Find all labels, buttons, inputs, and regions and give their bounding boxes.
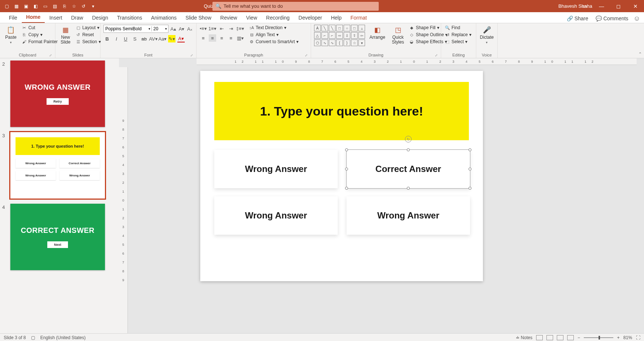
maximize-icon[interactable]: ◻: [610, 0, 627, 12]
share-button[interactable]: 🔗 Share: [565, 14, 590, 23]
zoom-level[interactable]: 81%: [623, 335, 632, 340]
slide-editor[interactable]: 1. Type your question here! Wrong Answer…: [200, 71, 483, 281]
strike-button[interactable]: ab: [140, 35, 148, 42]
font-color-button[interactable]: A▾: [177, 35, 185, 42]
paste-button[interactable]: 📋 Paste ▾: [3, 25, 19, 45]
dictate-button[interactable]: 🎤 Dictate ▾: [479, 25, 494, 45]
selection-handle[interactable]: [345, 148, 348, 151]
select-button[interactable]: ⬚Select ▾: [444, 39, 473, 45]
language-indicator[interactable]: English (United States): [40, 335, 86, 340]
tab-developer[interactable]: Developer: [294, 13, 327, 23]
selection-handle[interactable]: [468, 148, 471, 151]
tab-design[interactable]: Design: [88, 13, 113, 23]
sorter-view-icon[interactable]: [546, 335, 553, 340]
ribbon-display-icon[interactable]: ▭: [576, 0, 593, 12]
qat-undo-icon[interactable]: ↺: [81, 3, 86, 9]
launcher-icon[interactable]: ⤢: [305, 54, 308, 57]
clear-format-icon[interactable]: Aₓ: [187, 25, 193, 32]
selection-handle[interactable]: [407, 148, 410, 151]
tab-slideshow[interactable]: Slide Show: [181, 13, 216, 23]
notes-button[interactable]: ≐ Notes: [516, 335, 532, 340]
arrange-button[interactable]: ◧ Arrange: [367, 25, 388, 41]
slideshow-view-icon[interactable]: [567, 335, 574, 340]
find-button[interactable]: 🔍Find: [444, 25, 473, 31]
slide-thumbnails[interactable]: 2 WRONG ANSWER Retry 3 1. Type your ques…: [0, 58, 119, 333]
columns-button[interactable]: ▥▾: [236, 34, 244, 42]
reset-button[interactable]: ↺Reset: [75, 32, 102, 38]
line-spacing-button[interactable]: ‡≡▾: [236, 25, 244, 32]
qat-icon[interactable]: ▤: [52, 3, 58, 9]
fit-window-icon[interactable]: ⛶: [636, 335, 640, 340]
question-header[interactable]: 1. Type your question here!: [214, 82, 469, 140]
accessibility-icon[interactable]: ▢: [31, 335, 35, 340]
bold-button[interactable]: B: [103, 35, 111, 42]
normal-view-icon[interactable]: [536, 335, 543, 340]
slide-indicator[interactable]: Slide 3 of 8: [4, 335, 26, 340]
shapes-gallery[interactable]: A╲╲□○□▵ △⌐⌐⇨⇩⇧⇦ ⬡∿∿{}☆▾: [314, 25, 365, 46]
zoom-slider[interactable]: [584, 337, 613, 338]
collapse-ribbon-icon[interactable]: ⌃: [638, 52, 642, 56]
bullets-button[interactable]: •≡▾: [200, 25, 207, 32]
indent-button[interactable]: ⇥: [227, 25, 235, 32]
align-text-button[interactable]: ⊟Align Text ▾: [248, 32, 299, 38]
qat-icon[interactable]: ▦: [13, 3, 19, 9]
tab-help[interactable]: Help: [327, 13, 346, 23]
layout-button[interactable]: ▢Layout ▾: [75, 25, 102, 31]
numbering-button[interactable]: 1≡▾: [209, 25, 216, 32]
rotate-handle-icon[interactable]: ↻: [405, 136, 412, 142]
increase-font-icon[interactable]: A▴: [170, 25, 177, 32]
tab-recording[interactable]: Recording: [262, 13, 294, 23]
section-button[interactable]: ☰Section ▾: [75, 39, 102, 45]
align-center-button[interactable]: ≡: [209, 34, 216, 42]
selection-handle[interactable]: [468, 187, 471, 190]
shadow-button[interactable]: S: [131, 35, 139, 42]
qat-icon[interactable]: ▢: [4, 3, 10, 9]
slide-thumbnail-2[interactable]: WRONG ANSWER Retry: [10, 61, 105, 127]
italic-button[interactable]: I: [113, 35, 120, 42]
qat-icon[interactable]: ☆: [71, 3, 77, 9]
answer-box-2[interactable]: Correct Answer: [347, 150, 470, 188]
minimize-icon[interactable]: —: [593, 0, 610, 12]
spacing-button[interactable]: AV▾: [150, 35, 157, 42]
reading-view-icon[interactable]: [557, 335, 563, 340]
align-left-button[interactable]: ≡: [200, 34, 207, 42]
comments-button[interactable]: 💬 Comments: [593, 14, 631, 23]
tab-home[interactable]: Home: [22, 12, 45, 23]
decrease-font-icon[interactable]: A▾: [178, 25, 185, 32]
qat-icon[interactable]: ⎘: [61, 3, 67, 9]
font-selector[interactable]: Poppins SemiBold▾ 20▾: [103, 25, 168, 33]
feedback-icon[interactable]: ☺: [634, 15, 640, 23]
selection-handle[interactable]: [345, 168, 348, 170]
zoom-out-button[interactable]: −: [577, 335, 580, 340]
tab-transitions[interactable]: Transitions: [113, 13, 147, 23]
cut-button[interactable]: ✂Cut: [21, 25, 58, 31]
zoom-in-button[interactable]: +: [617, 335, 620, 340]
qat-icon[interactable]: ◧: [33, 3, 38, 9]
tab-view[interactable]: View: [242, 13, 262, 23]
close-icon[interactable]: ✕: [627, 0, 644, 12]
slide-thumbnail-3[interactable]: 1. Type your question here! Wrong Answer…: [10, 132, 105, 199]
tab-draw[interactable]: Draw: [67, 13, 88, 23]
answer-box-3[interactable]: Wrong Answer: [214, 196, 338, 235]
slide-thumbnail-4[interactable]: CORRECT ANSWER Next: [10, 204, 105, 270]
slide-canvas[interactable]: 12 11 10 9 8 7 6 5 4 3 2 1 0 1 2 3 4 5 6…: [119, 58, 644, 333]
case-button[interactable]: Aa▾: [159, 35, 166, 42]
launcher-icon[interactable]: ⤢: [49, 54, 52, 57]
quick-styles-button[interactable]: ◳ Quick Styles: [390, 25, 406, 45]
justify-button[interactable]: ≡: [227, 34, 235, 42]
underline-button[interactable]: U: [122, 35, 129, 42]
qat-dropdown-icon[interactable]: ▾: [90, 3, 96, 9]
replace-button[interactable]: ⇄Replace ▾: [444, 32, 473, 38]
selection-handle[interactable]: [407, 187, 410, 190]
answer-box-1[interactable]: Wrong Answer: [214, 150, 338, 188]
align-right-button[interactable]: ≡: [218, 34, 225, 42]
launcher-icon[interactable]: ⤢: [435, 54, 438, 57]
highlight-button[interactable]: ✎▾: [168, 35, 176, 42]
copy-button[interactable]: ⎘Copy ▾: [21, 32, 58, 38]
tab-animations[interactable]: Animations: [147, 13, 181, 23]
text-direction-button[interactable]: ↕AText Direction ▾: [248, 25, 299, 31]
tab-file[interactable]: File: [4, 13, 22, 23]
selection-handle[interactable]: [345, 187, 348, 190]
format-painter-button[interactable]: 🖌Format Painter: [21, 39, 58, 45]
tell-me-search[interactable]: 🔍 Tell me what you want to do: [212, 2, 379, 11]
